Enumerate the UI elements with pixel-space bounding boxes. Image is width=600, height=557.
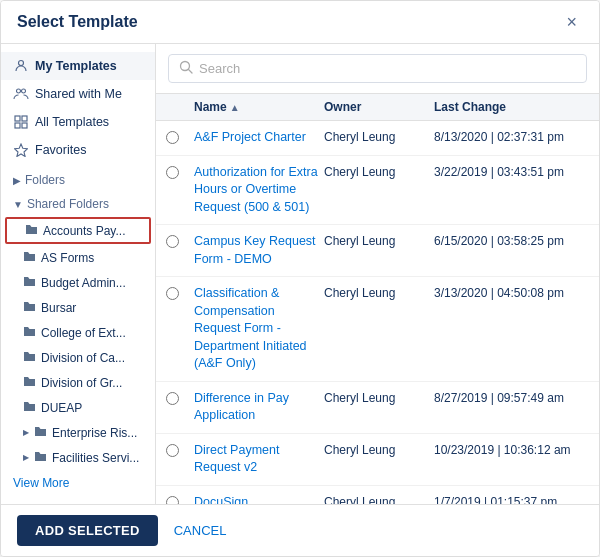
all-templates-label: All Templates bbox=[35, 115, 109, 129]
star-icon bbox=[13, 142, 29, 158]
folders-toggle[interactable]: ▶ Folders bbox=[1, 168, 155, 192]
person-icon bbox=[13, 58, 29, 74]
radio-cell-0[interactable] bbox=[166, 129, 194, 144]
th-name[interactable]: Name ▲ bbox=[194, 100, 324, 114]
owner-cell-0: Cheryl Leung bbox=[324, 129, 434, 146]
shared-folders-label: Shared Folders bbox=[27, 197, 109, 211]
svg-line-9 bbox=[189, 70, 193, 74]
name-cell-6[interactable]: DocuSign Fundamentals Training Acknowled… bbox=[194, 494, 324, 505]
folder-item-facilities[interactable]: ▶ Facilities Servi... bbox=[1, 445, 155, 470]
folder-item-budget-admin[interactable]: Budget Admin... bbox=[1, 270, 155, 295]
radio-5[interactable] bbox=[166, 444, 179, 457]
sidebar: My Templates Shared with Me bbox=[1, 44, 156, 504]
folder-item-college-ext[interactable]: College of Ext... bbox=[1, 320, 155, 345]
table-row: DocuSign Fundamentals Training Acknowled… bbox=[156, 486, 599, 505]
radio-cell-4[interactable] bbox=[166, 390, 194, 405]
search-bar bbox=[156, 44, 599, 94]
table-row: Classification & Compensation Request Fo… bbox=[156, 277, 599, 382]
svg-point-0 bbox=[19, 61, 24, 66]
folder-name-6: Division of Gr... bbox=[41, 376, 122, 390]
name-cell-1[interactable]: Authorization for Extra Hours or Overtim… bbox=[194, 164, 324, 217]
folder-item-division-gr[interactable]: Division of Gr... bbox=[1, 370, 155, 395]
folder-item-bursar[interactable]: Bursar bbox=[1, 295, 155, 320]
search-input[interactable] bbox=[199, 61, 576, 76]
sidebar-item-all-templates[interactable]: All Templates bbox=[1, 108, 155, 136]
owner-cell-2: Cheryl Leung bbox=[324, 233, 434, 250]
sidebar-item-my-templates[interactable]: My Templates bbox=[1, 52, 155, 80]
table-row: Difference in Pay Application Cheryl Leu… bbox=[156, 382, 599, 434]
owner-cell-4: Cheryl Leung bbox=[324, 390, 434, 407]
svg-rect-4 bbox=[22, 116, 27, 121]
radio-cell-5[interactable] bbox=[166, 442, 194, 457]
table-rows-container: A&F Project Charter Cheryl Leung 8/13/20… bbox=[156, 121, 599, 504]
my-templates-label: My Templates bbox=[35, 59, 117, 73]
radio-cell-1[interactable] bbox=[166, 164, 194, 179]
radio-2[interactable] bbox=[166, 235, 179, 248]
radio-cell-6[interactable] bbox=[166, 494, 194, 505]
chevron-right-icon-ent: ▶ bbox=[23, 428, 29, 437]
table-row: Authorization for Extra Hours or Overtim… bbox=[156, 156, 599, 226]
owner-cell-6: Cheryl Leung bbox=[324, 494, 434, 505]
svg-rect-6 bbox=[22, 123, 27, 128]
th-radio bbox=[166, 100, 194, 114]
folder-name-4: College of Ext... bbox=[41, 326, 126, 340]
date-cell-0: 8/13/2020 | 02:37:31 pm bbox=[434, 129, 589, 146]
folder-name-3: Bursar bbox=[41, 301, 76, 315]
modal-footer: ADD SELECTED CANCEL bbox=[1, 504, 599, 556]
table-row: A&F Project Charter Cheryl Leung 8/13/20… bbox=[156, 121, 599, 156]
folder-item-as-forms[interactable]: AS Forms bbox=[1, 245, 155, 270]
radio-1[interactable] bbox=[166, 166, 179, 179]
modal-header: Select Template × bbox=[1, 1, 599, 44]
owner-cell-3: Cheryl Leung bbox=[324, 285, 434, 302]
view-more-link[interactable]: View More bbox=[1, 470, 155, 496]
name-cell-4[interactable]: Difference in Pay Application bbox=[194, 390, 324, 425]
cancel-button[interactable]: CANCEL bbox=[170, 515, 231, 546]
folder-name-9: Facilities Servi... bbox=[52, 451, 139, 465]
radio-cell-3[interactable] bbox=[166, 285, 194, 300]
folder-item-dueap[interactable]: DUEAP bbox=[1, 395, 155, 420]
radio-3[interactable] bbox=[166, 287, 179, 300]
folder-name-2: Budget Admin... bbox=[41, 276, 126, 290]
folder-icon-5 bbox=[23, 350, 36, 365]
radio-0[interactable] bbox=[166, 131, 179, 144]
folder-item-division-ca[interactable]: Division of Ca... bbox=[1, 345, 155, 370]
shared-folders-toggle[interactable]: ▼ Shared Folders bbox=[1, 192, 155, 216]
folder-item-enterprise-ris[interactable]: ▶ Enterprise Ris... bbox=[1, 420, 155, 445]
svg-marker-7 bbox=[15, 144, 28, 157]
folder-item-accounts-pay[interactable]: Accounts Pay... bbox=[5, 217, 151, 244]
folder-name-7: DUEAP bbox=[41, 401, 82, 415]
folder-icon-9 bbox=[34, 450, 47, 465]
name-cell-5[interactable]: Direct Payment Request v2 bbox=[194, 442, 324, 477]
folder-icon-1 bbox=[23, 250, 36, 265]
date-cell-6: 1/7/2019 | 01:15:37 pm bbox=[434, 494, 589, 505]
name-cell-2[interactable]: Campus Key Request Form - DEMO bbox=[194, 233, 324, 268]
folder-icon-6 bbox=[23, 375, 36, 390]
folder-name-8: Enterprise Ris... bbox=[52, 426, 137, 440]
date-cell-3: 3/13/2020 | 04:50:08 pm bbox=[434, 285, 589, 302]
name-cell-3[interactable]: Classification & Compensation Request Fo… bbox=[194, 285, 324, 373]
radio-cell-2[interactable] bbox=[166, 233, 194, 248]
grid-icon bbox=[13, 114, 29, 130]
sort-arrow-icon: ▲ bbox=[230, 102, 240, 113]
main-content: Name ▲ Owner Last Change A&F Project Cha… bbox=[156, 44, 599, 504]
owner-cell-5: Cheryl Leung bbox=[324, 442, 434, 459]
folder-name-1: AS Forms bbox=[41, 251, 94, 265]
radio-4[interactable] bbox=[166, 392, 179, 405]
radio-6[interactable] bbox=[166, 496, 179, 505]
name-cell-0[interactable]: A&F Project Charter bbox=[194, 129, 324, 147]
add-selected-button[interactable]: ADD SELECTED bbox=[17, 515, 158, 546]
folder-icon-4 bbox=[23, 325, 36, 340]
close-button[interactable]: × bbox=[560, 11, 583, 33]
search-icon bbox=[179, 60, 193, 77]
sidebar-item-favorites[interactable]: Favorites bbox=[1, 136, 155, 164]
folders-label: Folders bbox=[25, 173, 65, 187]
folder-icon-7 bbox=[23, 400, 36, 415]
table-row: Direct Payment Request v2 Cheryl Leung 1… bbox=[156, 434, 599, 486]
select-template-modal: Select Template × My Templates bbox=[0, 0, 600, 557]
folder-icon-3 bbox=[23, 300, 36, 315]
favorites-label: Favorites bbox=[35, 143, 86, 157]
date-cell-2: 6/15/2020 | 03:58:25 pm bbox=[434, 233, 589, 250]
chevron-right-icon: ▶ bbox=[13, 175, 21, 186]
modal-title: Select Template bbox=[17, 13, 138, 31]
sidebar-item-shared-with-me[interactable]: Shared with Me bbox=[1, 80, 155, 108]
